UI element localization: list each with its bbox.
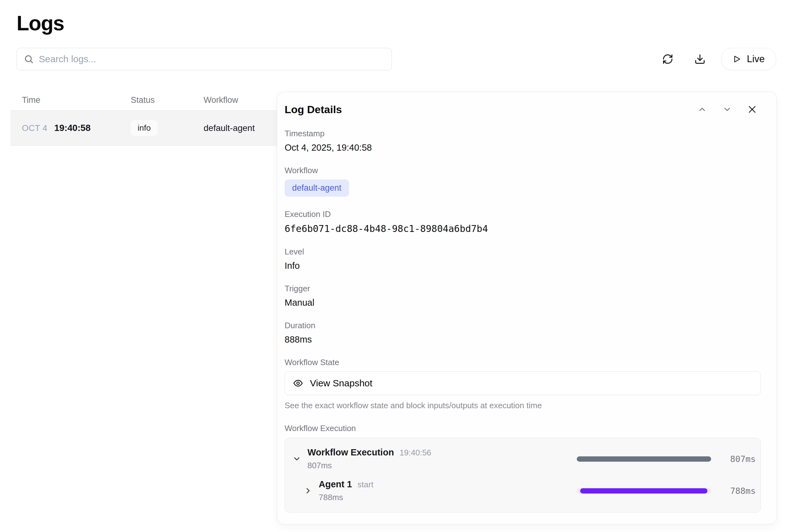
chevron-up-icon (698, 105, 707, 114)
snapshot-caption: See the exact workflow state and block i… (285, 401, 761, 410)
timeline-bar-agent (580, 488, 707, 494)
column-header-workflow: Workflow (192, 95, 278, 105)
execution-duration: 788ms (319, 493, 374, 502)
page-title: Logs (17, 11, 64, 35)
execution-duration: 807ms (307, 461, 431, 471)
search-input[interactable] (39, 54, 385, 64)
panel-title: Log Details (285, 103, 693, 116)
execution-row-agent[interactable]: Agent 1 start 788ms 788ms (290, 475, 756, 507)
workflow-state-section: Workflow State View Snapshot See the exa… (285, 357, 761, 410)
logs-table: Time Status Workflow OCT 4 19:40:58 info… (10, 90, 278, 146)
log-date: OCT 4 (22, 124, 48, 133)
level-field: Level Info (285, 247, 761, 271)
collapse-toggle-button[interactable] (290, 452, 304, 466)
timestamp-label: Timestamp (285, 129, 761, 138)
eye-icon (293, 378, 303, 388)
timeline-duration-label: 788ms (711, 486, 756, 496)
download-button[interactable] (690, 49, 710, 69)
execution-id-value: 6fe6b071-dc88-4b48-98c1-89804a6bd7b4 (285, 223, 761, 234)
workflow-execution-panel: Workflow Execution 19:40:56 807ms 807ms (285, 437, 761, 513)
execution-row-root[interactable]: Workflow Execution 19:40:56 807ms 807ms (290, 443, 756, 475)
timeline-track (577, 456, 711, 462)
logs-table-header: Time Status Workflow (10, 90, 278, 111)
timeline-bar-workflow (577, 456, 711, 462)
workflow-field: Workflow default-agent (285, 166, 761, 196)
expand-toggle-button[interactable] (301, 484, 315, 498)
table-row[interactable]: OCT 4 19:40:58 info default-agent (10, 111, 278, 146)
status-badge: info (131, 120, 158, 136)
timeline-track (577, 488, 711, 494)
column-header-status: Status (119, 95, 192, 105)
chevron-down-icon (723, 105, 732, 114)
level-value: Info (285, 261, 761, 271)
view-snapshot-label: View Snapshot (310, 378, 373, 389)
execution-id-field: Execution ID 6fe6b071-dc88-4b48-98c1-898… (285, 209, 761, 234)
trigger-value: Manual (285, 298, 761, 308)
search-bar (17, 48, 392, 70)
duration-field: Duration 888ms (285, 321, 761, 345)
previous-log-button[interactable] (693, 103, 711, 116)
execution-start-time: 19:40:56 (400, 448, 431, 458)
download-icon (694, 53, 706, 65)
duration-value: 888ms (285, 335, 761, 345)
level-label: Level (285, 247, 761, 257)
execution-block-type: start (357, 480, 374, 489)
log-workflow-name: default-agent (192, 123, 278, 133)
trigger-label: Trigger (285, 284, 761, 293)
close-panel-button[interactable] (743, 103, 761, 116)
refresh-icon (662, 53, 673, 65)
workflow-label: Workflow (285, 166, 761, 175)
play-icon (732, 55, 741, 63)
workflow-state-label: Workflow State (285, 357, 761, 367)
timestamp-value: Oct 4, 2025, 19:40:58 (285, 142, 761, 153)
next-log-button[interactable] (718, 103, 736, 116)
timestamp-field: Timestamp Oct 4, 2025, 19:40:58 (285, 129, 761, 153)
duration-label: Duration (285, 321, 761, 330)
live-label: Live (747, 53, 765, 65)
log-details-panel: Log Details (277, 91, 777, 525)
live-button[interactable]: Live (721, 48, 776, 70)
chevron-right-icon (304, 486, 312, 495)
timeline-duration-label: 807ms (711, 454, 756, 464)
log-time: 19:40:58 (54, 123, 91, 133)
chevron-down-icon (293, 454, 301, 463)
search-icon (24, 54, 34, 64)
workflow-execution-label: Workflow Execution (285, 424, 761, 433)
execution-name: Workflow Execution (307, 447, 394, 458)
trigger-field: Trigger Manual (285, 284, 761, 308)
execution-name: Agent 1 (319, 479, 352, 489)
view-snapshot-button[interactable]: View Snapshot (285, 371, 761, 395)
workflow-badge[interactable]: default-agent (285, 180, 349, 196)
column-header-time: Time (10, 95, 119, 105)
close-icon (747, 104, 757, 114)
execution-id-label: Execution ID (285, 209, 761, 219)
refresh-button[interactable] (658, 49, 677, 69)
